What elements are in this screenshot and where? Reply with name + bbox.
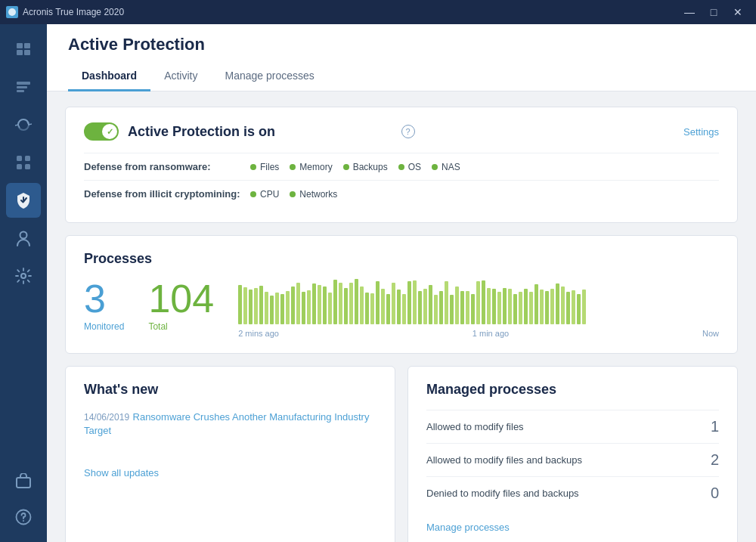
sidebar-item-apps[interactable] (6, 145, 41, 180)
chart-bar (466, 291, 469, 324)
main-content: Active Protection Dashboard Activity Man… (47, 24, 756, 542)
managed-row-1: Allowed to modify files and backups 2 (426, 443, 719, 476)
chart-bar (577, 294, 581, 324)
chart-bar (402, 294, 406, 324)
chart-bar (386, 294, 390, 324)
top-bar: Active Protection Dashboard Activity Man… (47, 24, 756, 91)
processes-card: Processes 3 Monitored 104 Total 2 mins a… (65, 235, 738, 354)
svg-rect-5 (17, 82, 30, 85)
total-label: Total (148, 321, 167, 332)
tab-manage-processes[interactable]: Manage processes (211, 63, 327, 91)
chart-bar (519, 292, 522, 324)
app-title: Acronis True Image 2020 (23, 7, 677, 17)
scrollable-content: ✓ Active Protection is on ? Settings Def… (47, 91, 756, 542)
managed-title: Managed processes (426, 382, 719, 398)
chart-bar (482, 280, 485, 324)
dot-backups: Backups (343, 162, 388, 172)
chart-bar (455, 286, 459, 324)
sidebar-item-protection[interactable] (6, 183, 41, 218)
sidebar-item-briefcase[interactable] (6, 463, 41, 498)
chart-bar (376, 281, 380, 324)
chart-bar (280, 294, 284, 324)
tab-activity[interactable]: Activity (150, 63, 211, 91)
chart-bar (572, 290, 575, 324)
sidebar-item-account[interactable] (6, 221, 41, 256)
sidebar (0, 24, 47, 542)
svg-rect-7 (17, 90, 24, 92)
svg-point-13 (21, 274, 26, 278)
help-icon[interactable]: ? (401, 125, 415, 138)
chart-bar (286, 291, 290, 324)
defense-ransomware-row: Defense from ransomware: Files Memory (84, 153, 719, 180)
active-protection-card: ✓ Active Protection is on ? Settings Def… (65, 107, 738, 223)
dot-cpu-icon (250, 191, 256, 197)
sidebar-item-tools[interactable] (6, 70, 41, 104)
manage-processes-link[interactable]: Manage processes (426, 522, 719, 533)
managed-processes-card: Managed processes Allowed to modify file… (407, 366, 738, 542)
sidebar-item-sync[interactable] (6, 107, 41, 142)
sidebar-item-settings[interactable] (6, 259, 41, 293)
chart-bar (323, 286, 327, 324)
svg-point-12 (20, 232, 27, 239)
chart-bar (445, 281, 448, 324)
dot-files-icon (250, 164, 256, 170)
chart-bar (249, 290, 253, 324)
svg-rect-4 (24, 50, 30, 55)
svg-rect-6 (17, 86, 27, 88)
settings-link[interactable]: Settings (683, 126, 719, 138)
chart-bar (238, 285, 242, 324)
tab-dashboard[interactable]: Dashboard (68, 63, 150, 91)
managed-count-1: 2 (711, 451, 719, 469)
chart-label-right: Now (702, 329, 719, 338)
chart-bar (450, 295, 454, 324)
chart-bar (561, 286, 565, 324)
managed-label-0: Allowed to modify files (426, 421, 524, 432)
chart-bar (439, 291, 443, 324)
chart-bar (243, 287, 247, 324)
chart-bar (423, 289, 427, 324)
svg-point-0 (8, 8, 16, 16)
whats-new-title: What's new (84, 382, 376, 398)
svg-rect-2 (24, 43, 30, 48)
total-count: 104 (148, 279, 214, 318)
chart-bar (318, 285, 321, 324)
app-icon (6, 6, 18, 18)
chart-bar (492, 289, 496, 324)
monitored-label: Monitored (84, 321, 124, 332)
defense-cryptomining-label: Defense from illicit cryptomining: (84, 188, 250, 200)
close-button[interactable]: ✕ (726, 0, 750, 24)
chart-bar (550, 289, 554, 324)
tab-bar: Dashboard Activity Manage processes (68, 63, 735, 91)
chart-bar (556, 283, 559, 324)
defense-ransomware-dots: Files Memory Backups OS (250, 162, 460, 172)
chart-bar (471, 294, 475, 324)
defense-cryptomining-dots: CPU Networks (250, 189, 337, 200)
protection-status-label: Active Protection is on (128, 124, 397, 140)
window-controls: — □ ✕ (677, 0, 750, 24)
dot-networks: Networks (290, 189, 337, 200)
chart-bar (407, 281, 411, 324)
chart-bar (487, 288, 491, 324)
minimize-button[interactable]: — (677, 0, 702, 24)
managed-count-0: 1 (711, 418, 719, 435)
chart-bar (307, 290, 311, 324)
dot-nas: NAS (432, 162, 460, 172)
svg-rect-14 (17, 478, 30, 488)
managed-count-2: 0 (711, 485, 719, 502)
chart-bar (360, 286, 364, 324)
processes-title: Processes (84, 251, 719, 267)
managed-label-2: Denied to modify files and backups (426, 488, 579, 499)
monitored-stat: 3 Monitored (84, 279, 124, 332)
total-stat: 104 Total (148, 279, 214, 332)
show-all-link[interactable]: Show all updates (84, 467, 376, 479)
chart-bar (418, 291, 422, 324)
chart-bar (291, 286, 295, 324)
dot-os-icon (398, 164, 404, 170)
sidebar-item-backup[interactable] (6, 32, 41, 67)
maximize-button[interactable]: □ (702, 0, 726, 24)
sidebar-item-help[interactable] (6, 500, 41, 534)
protection-toggle[interactable]: ✓ (84, 122, 119, 141)
whats-new-card: What's new 14/06/2019 Ransomware Crushes… (65, 366, 395, 542)
chart-labels: 2 mins ago 1 min ago Now (238, 329, 719, 338)
managed-label-1: Allowed to modify files and backups (426, 454, 582, 466)
